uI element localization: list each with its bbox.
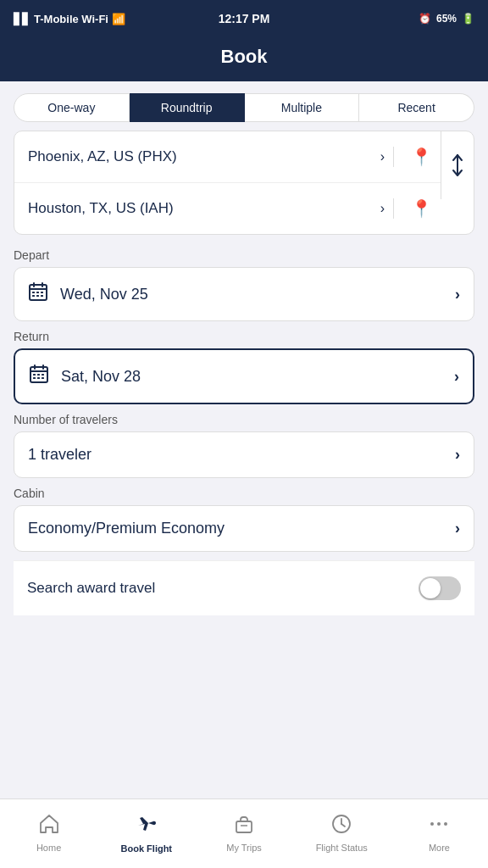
travelers-selector[interactable]: 1 traveler › [14,431,474,478]
svg-rect-6 [41,292,43,293]
page-title: Book [221,46,268,67]
svg-rect-20 [236,821,252,832]
carrier-wifi: ▋▋ T-Mobile Wi-Fi 📶 [14,13,125,25]
tab-one-way[interactable]: One-way [14,93,130,122]
cabin-chevron-icon: › [455,520,460,537]
travelers-chevron-icon: › [455,446,460,464]
nav-book-flight[interactable]: Book Flight [97,799,195,860]
status-right: ⏰ 65% 🔋 [419,13,474,25]
battery-label: 65% [436,13,457,25]
battery-icon: 🔋 [462,13,474,25]
travelers-value: 1 traveler [28,446,455,464]
svg-point-26 [437,822,441,826]
page-header: Book [0,37,488,81]
return-date-value: Sat, Nov 28 [61,368,454,386]
svg-point-27 [444,822,447,826]
svg-line-24 [341,824,345,826]
depart-calendar-icon [28,281,48,307]
svg-rect-14 [33,374,36,376]
signal-icon: ▋▋ [14,13,30,25]
carrier-label: T-Mobile Wi-Fi [34,13,108,25]
cabin-label: Cabin [14,487,474,500]
nav-flight-status-label: Flight Status [316,843,368,853]
svg-point-25 [430,822,434,826]
depart-chevron-icon: › [455,286,460,303]
nav-book-flight-label: Book Flight [121,843,173,854]
nav-my-trips[interactable]: My Trips [195,799,292,860]
origin-row[interactable]: Phoenix, AZ, US (PHX) › 📍 [14,131,441,183]
home-icon [38,813,60,840]
status-time: 12:17 PM [219,12,270,25]
nav-flight-status[interactable]: Flight Status [293,799,391,860]
depart-date-value: Wed, Nov 25 [60,286,455,303]
destination-chevron-icon: › [380,201,385,216]
swap-routes-button[interactable] [441,131,474,199]
more-icon [428,813,450,840]
svg-rect-16 [42,374,44,376]
return-label: Return [14,330,474,343]
main-content: Phoenix, AZ, US (PHX) › 📍 Houston, TX, U… [0,131,488,700]
svg-rect-9 [41,295,43,297]
bottom-navigation: Home Book Flight My Trips Flight St [0,798,488,868]
svg-rect-18 [37,377,40,379]
return-calendar-icon [29,364,49,389]
cabin-selector[interactable]: Economy/Premium Economy › [14,505,474,552]
travelers-label: Number of travelers [14,413,474,426]
nav-more-label: More [429,843,450,853]
depart-date-selector[interactable]: Wed, Nov 25 › [14,267,474,321]
nav-home-label: Home [36,843,61,853]
wifi-icon: 📶 [112,13,125,25]
toggle-knob [420,578,441,598]
route-selector: Phoenix, AZ, US (PHX) › 📍 Houston, TX, U… [14,131,474,235]
nav-more[interactable]: More [391,799,488,860]
svg-rect-5 [36,292,39,293]
alarm-icon: ⏰ [419,13,431,25]
svg-rect-17 [33,377,36,379]
award-travel-row: Search award travel [14,560,474,615]
cabin-value: Economy/Premium Economy [28,520,455,537]
award-travel-label: Search award travel [27,580,419,597]
destination-text: Houston, TX, US (IAH) [28,200,380,217]
tab-multiple[interactable]: Multiple [245,93,360,122]
clock-icon [330,813,352,840]
svg-rect-4 [32,292,35,293]
svg-rect-8 [36,295,39,297]
destination-row[interactable]: Houston, TX, US (IAH) › 📍 [14,183,441,234]
nav-my-trips-label: My Trips [226,843,262,853]
trip-type-tabs: One-way Roundtrip Multiple Recent [0,81,488,131]
svg-rect-7 [32,295,35,297]
tab-recent[interactable]: Recent [359,93,474,122]
route-rows: Phoenix, AZ, US (PHX) › 📍 Houston, TX, U… [14,131,441,234]
origin-text: Phoenix, AZ, US (PHX) [28,148,380,165]
award-travel-toggle[interactable] [419,576,461,600]
trips-icon [233,813,255,840]
destination-location-icon: 📍 [411,198,432,219]
return-chevron-icon: › [454,368,459,386]
svg-rect-19 [42,377,44,379]
origin-chevron-icon: › [380,149,385,164]
plane-icon [135,812,158,841]
tab-roundtrip[interactable]: Roundtrip [130,93,245,122]
origin-location-icon: 📍 [411,147,432,167]
svg-rect-15 [37,374,40,376]
nav-home[interactable]: Home [0,799,97,860]
return-date-selector[interactable]: Sat, Nov 28 › [14,348,474,404]
depart-label: Depart [14,248,474,262]
status-bar: ▋▋ T-Mobile Wi-Fi 📶 12:17 PM ⏰ 65% 🔋 [0,0,488,37]
